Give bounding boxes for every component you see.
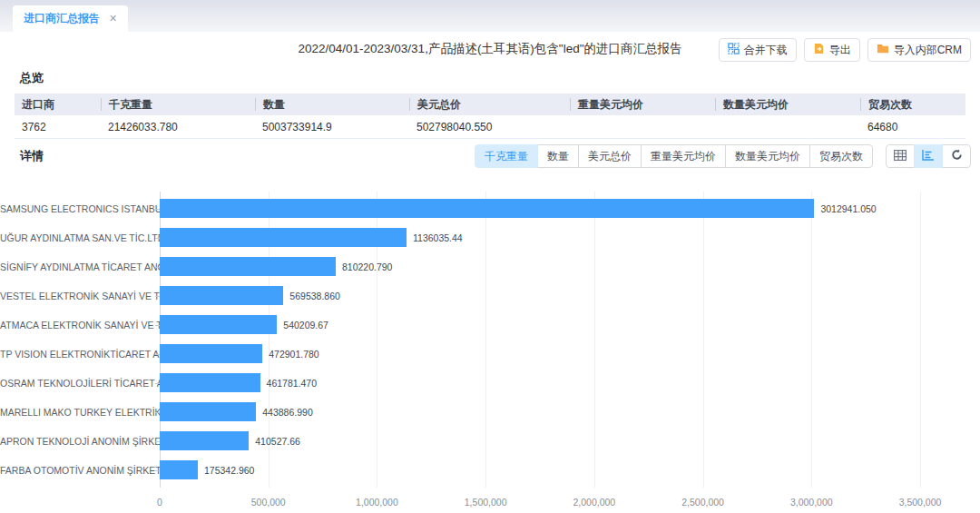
bar[interactable] [160,344,262,363]
overview-cell-1: 21426033.780 [101,121,255,133]
overview-column-header-5: 数量美元均价 [715,98,860,111]
bar-value-label: 540209.67 [277,320,328,330]
overview-column-header-3: 美元总价 [409,98,570,111]
bar[interactable] [160,257,336,276]
tab-bar: 进口商汇总报告 ✕ [0,0,980,32]
merge-download-button[interactable]: 合并下载 [719,38,797,62]
chart-row-3: VESTEL ELEKTRONİK SANAYİ VE Tİ...569538.… [0,281,980,311]
x-tick-label-6: 3,000,000 [790,497,833,508]
bar-track: 461781.470 [160,369,920,398]
table-view-button[interactable] [886,144,915,168]
overview-column-header-4: 重量美元均价 [570,98,715,111]
bar-track: 569538.860 [160,281,920,311]
chart-row-0: SAMSUNG ELECTRONICS ISTANBUL P...3012941… [0,194,980,223]
merge-download-icon [728,43,740,57]
import-crm-button[interactable]: 导入内部CRM [867,38,971,62]
bar[interactable] [160,228,407,247]
metric-segmented-control: 千克重量数量美元总价重量美元均价数量美元均价贸易次数 [475,144,873,168]
bar[interactable] [160,315,277,334]
x-tick-label-3: 1,500,000 [465,497,507,508]
export-label: 导出 [829,43,851,58]
bar-value-label: 461781.470 [260,378,317,389]
chart-row-8: APRON TEKNOLOJİ ANONİM ŞİRKETİ410527.66 [0,427,980,456]
detail-toolbar: 详情 千克重量数量美元总价重量美元均价数量美元均价贸易次数 [0,141,980,172]
bar-value-label: 3012941.050 [814,203,876,214]
chart-row-9: FARBA OTOMOTİV ANONİM ŞİRKETİ175342.960 [0,456,980,485]
overview-table: 进口商千克重量数量美元总价重量美元均价数量美元均价贸易次数 3762214260… [15,94,965,139]
x-tick-label-0: 0 [157,497,162,508]
chart-row-7: MARELLI MAKO TURKEY ELEKTRİK S...443886.… [0,398,980,427]
overview-column-header-6: 贸易次数 [860,98,965,111]
import-crm-label: 导入内部CRM [894,43,962,58]
bar[interactable] [160,402,256,421]
metric-tab-3[interactable]: 重量美元均价 [641,144,726,168]
chart-rows: SAMSUNG ELECTRONICS ISTANBUL P...3012941… [0,194,980,485]
overview-table-header: 进口商千克重量数量美元总价重量美元均价数量美元均价贸易次数 [15,94,965,115]
x-tick-label-2: 1,000,000 [356,497,398,508]
category-label: FARBA OTOMOTİV ANONİM ŞİRKETİ [0,465,160,476]
bar[interactable] [160,460,198,479]
metric-tab-2[interactable]: 美元总价 [578,144,642,168]
chart-row-1: UĞUR AYDINLATMA SAN.VE TİC.LTD...1136035… [0,223,980,252]
metric-tab-5[interactable]: 贸易次数 [809,144,873,168]
overview-table-row: 376221426033.7805003733914.9502798040.55… [15,115,965,139]
tab-close-icon[interactable]: ✕ [109,13,117,25]
chart-row-6: OSRAM TEKNOLOJİLERİ TİCARET AN...461781.… [0,369,980,398]
bar-track: 410527.66 [160,427,920,456]
bar-track: 443886.990 [160,398,920,427]
bar-chart-view-icon [922,150,935,163]
bar-track: 540209.67 [160,311,920,340]
import-crm-folder-icon [877,43,889,57]
overview-cell-2: 5003733914.9 [255,121,409,133]
category-label: SAMSUNG ELECTRONICS ISTANBUL P... [0,203,160,214]
bar-value-label: 410527.66 [249,436,300,447]
bar-value-label: 472901.780 [262,349,318,360]
overview-cell-3: 502798040.550 [409,121,570,133]
bar-track: 472901.780 [160,340,920,369]
tab-importer-summary-report[interactable]: 进口商汇总报告 ✕ [13,5,128,32]
metric-tab-0[interactable]: 千克重量 [475,144,538,168]
report-header: 2022/04/01-2023/03/31,产品描述(土耳其语)包含"led"的… [0,32,980,66]
chart-row-5: TP VISION ELEKTRONİKTİCARET AN...472901.… [0,340,980,369]
refresh-icon [951,149,963,163]
bar[interactable] [160,431,249,450]
bar-chart-view-button[interactable] [914,144,943,168]
x-tick-label-5: 2,500,000 [681,497,724,508]
overview-column-header-0: 进口商 [15,98,101,111]
export-icon [813,43,825,57]
bar-track: 3012941.050 [160,194,920,223]
metric-tab-4[interactable]: 数量美元均价 [725,144,810,168]
metric-tab-1[interactable]: 数量 [537,144,579,168]
category-label: SİGNİFY AYDINLATMA TİCARET ANO... [0,261,160,272]
overview-column-header-2: 数量 [255,98,409,111]
report-panel: 2022/04/01-2023/03/31,产品描述(土耳其语)包含"led"的… [0,32,980,513]
bar[interactable] [160,286,283,305]
x-tick-label-4: 2,000,000 [573,497,615,508]
tab-label: 进口商汇总报告 [24,11,100,26]
category-label: ATMACA ELEKTRONİK SANAYİ VE Tİ... [0,320,160,330]
refresh-button[interactable] [942,144,971,168]
table-view-icon [894,150,906,163]
overview-column-header-1: 千克重量 [101,98,255,111]
x-tick-label-1: 500,000 [251,497,286,508]
bar-value-label: 569538.860 [283,291,339,301]
bar[interactable] [160,199,814,218]
category-label: UĞUR AYDINLATMA SAN.VE TİC.LTD... [0,232,160,243]
category-label: MARELLI MAKO TURKEY ELEKTRİK S... [0,407,160,418]
bar-value-label: 1136035.44 [407,232,463,243]
chart-row-4: ATMACA ELEKTRONİK SANAYİ VE Tİ...540209.… [0,311,980,340]
bar-value-label: 443886.990 [256,407,312,418]
chart-row-2: SİGNİFY AYDINLATMA TİCARET ANO...810220.… [0,252,980,281]
category-label: OSRAM TEKNOLOJİLERİ TİCARET AN... [0,378,160,389]
bar[interactable] [160,373,260,392]
merge-download-label: 合并下载 [744,43,788,58]
x-axis-tick-labels: 0500,0001,000,0001,500,0002,000,0002,500… [160,493,920,511]
export-button[interactable]: 导出 [804,38,860,62]
chart-controls: 千克重量数量美元总价重量美元均价数量美元均价贸易次数 [475,144,971,168]
bar-track: 810220.790 [160,252,920,281]
category-label: APRON TEKNOLOJİ ANONİM ŞİRKETİ [0,436,160,447]
bar-value-label: 175342.960 [198,465,254,476]
category-label: TP VISION ELEKTRONİKTİCARET AN... [0,349,160,360]
bar-track: 1136035.44 [160,223,920,252]
importer-bar-chart: 0500,0001,000,0001,500,0002,000,0002,500… [0,192,980,511]
